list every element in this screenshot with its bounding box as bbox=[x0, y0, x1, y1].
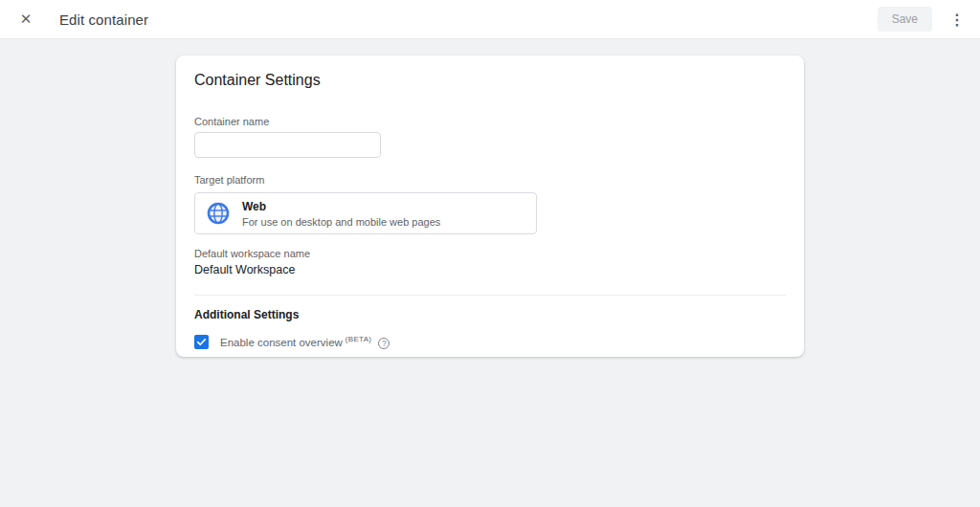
close-icon[interactable]: ✕ bbox=[15, 9, 36, 30]
target-platform-option-web[interactable]: Web For use on desktop and mobile web pa… bbox=[194, 192, 537, 234]
container-name-label: Container name bbox=[194, 116, 786, 127]
consent-overview-row: Enable consent overview (BETA) ? bbox=[194, 335, 786, 349]
top-bar: ✕ Edit container Save ⋮ bbox=[0, 0, 980, 39]
save-button[interactable]: Save bbox=[878, 7, 932, 32]
platform-title: Web bbox=[242, 200, 440, 213]
container-settings-card: Container Settings Container name Target… bbox=[176, 55, 804, 357]
consent-overview-checkbox[interactable] bbox=[194, 335, 209, 349]
kebab-menu-icon[interactable]: ⋮ bbox=[947, 9, 967, 30]
help-icon[interactable]: ? bbox=[378, 338, 390, 349]
target-platform-label: Target platform bbox=[194, 174, 786, 186]
globe-icon bbox=[207, 202, 230, 225]
workspace-name-value: Default Workspace bbox=[194, 263, 786, 276]
card-title: Container Settings bbox=[194, 72, 786, 89]
container-name-input[interactable] bbox=[194, 132, 381, 158]
checkmark-icon bbox=[196, 337, 207, 347]
additional-settings-heading: Additional Settings bbox=[194, 308, 786, 321]
beta-badge: (BETA) bbox=[345, 335, 371, 343]
platform-description: For use on desktop and mobile web pages bbox=[242, 216, 440, 228]
consent-overview-label: Enable consent overview (BETA) ? bbox=[220, 337, 390, 348]
consent-label-text: Enable consent overview bbox=[220, 337, 343, 348]
page-title: Edit container bbox=[59, 11, 148, 28]
platform-text: Web For use on desktop and mobile web pa… bbox=[242, 200, 440, 228]
workspace-name-label: Default workspace name bbox=[194, 248, 786, 259]
section-divider bbox=[194, 295, 786, 296]
